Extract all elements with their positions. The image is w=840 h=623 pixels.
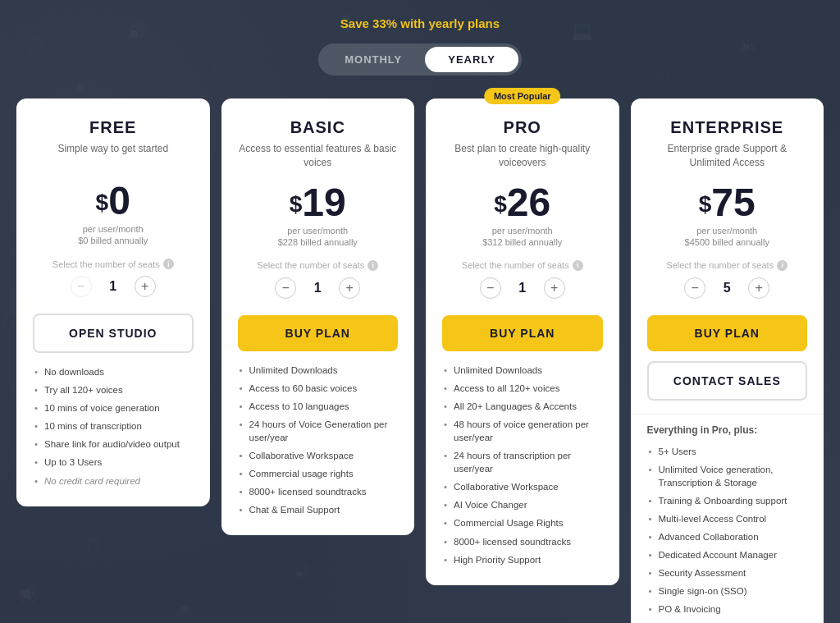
feature-item: Access to all 120+ voices — [442, 379, 603, 397]
price-period: per user/month — [647, 226, 808, 236]
feature-item: Dedicated Account Manager — [647, 546, 808, 564]
feature-item: 24 hours of Voice Generation per user/ye… — [238, 415, 399, 447]
yearly-toggle-btn[interactable]: YEARLY — [425, 47, 518, 72]
feature-item: Advanced Collaboration — [647, 528, 808, 546]
contact-sales-button[interactable]: CONTACT SALES — [647, 361, 808, 401]
seats-label: Select the number of seats i — [33, 259, 194, 269]
seats-plus-btn[interactable]: + — [339, 277, 360, 299]
plans-container: FREE Simple way to get started $0 per us… — [16, 98, 824, 623]
info-icon: i — [573, 260, 583, 271]
seats-minus-btn[interactable]: − — [684, 277, 705, 299]
monthly-toggle-btn[interactable]: MONTHLY — [322, 47, 425, 72]
feature-item: Single sign-on (SSO) — [647, 582, 808, 600]
plan-desc-basic: Access to essential features & basic voi… — [238, 142, 399, 170]
seats-stepper: − 1 + — [442, 277, 603, 299]
plan-card-enterprise: ENTERPRISE Enterprise grade Support & Un… — [631, 98, 824, 623]
seats-minus-btn[interactable]: − — [71, 276, 92, 297]
currency-symbol: $ — [96, 190, 109, 216]
feature-item: No credit card required — [33, 472, 194, 490]
feature-item: PO & Invoicing — [647, 600, 808, 618]
features-list-basic: Unlimited DownloadsAccess to 60 basic vo… — [238, 361, 399, 520]
feature-item: 8000+ licensed soundtracks — [238, 483, 399, 501]
feature-item: Commercial usage rights — [238, 465, 399, 483]
feature-item: Multi-level Access Control — [647, 510, 808, 528]
seats-label: Select the number of seats i — [442, 260, 603, 271]
features-list-free: No downloadsTry all 120+ voices10 mins o… — [33, 363, 194, 490]
seats-stepper: − 1 + — [33, 276, 194, 297]
plan-name-basic: BASIC — [238, 118, 399, 137]
feature-item: Service Agreement — [647, 619, 808, 623]
feature-item: 8000+ licensed soundtracks — [442, 533, 603, 551]
plan-price-free: $0 — [33, 181, 194, 221]
seats-plus-btn[interactable]: + — [544, 277, 565, 299]
feature-item: Training & Onboarding support — [647, 492, 808, 510]
feature-item: Chat & Email Support — [238, 501, 399, 519]
divider — [631, 414, 824, 415]
info-icon: i — [368, 260, 378, 271]
plan-desc-enterprise: Enterprise grade Support & Unlimited Acc… — [647, 142, 808, 170]
features-list-pro: Unlimited DownloadsAccess to all 120+ vo… — [442, 361, 603, 569]
plan-price-basic: $19 — [238, 183, 399, 222]
plan-desc-free: Simple way to get started — [33, 142, 194, 168]
cta-button-enterprise[interactable]: BUY PLAN — [647, 315, 808, 351]
seats-label: Select the number of seats i — [238, 260, 399, 271]
feature-item: 24 hours of transcription per user/year — [442, 447, 603, 478]
price-billed: $4500 billed annually — [647, 237, 808, 247]
feature-item: No downloads — [33, 363, 194, 381]
seats-label: Select the number of seats i — [647, 260, 808, 271]
feature-item: All 20+ Languages & Accents — [442, 397, 603, 415]
plan-price-pro: $26 — [442, 183, 603, 222]
billing-toggle[interactable]: MONTHLY YEARLY — [318, 44, 522, 76]
seats-value: 1 — [105, 279, 121, 294]
plan-card-free: FREE Simple way to get started $0 per us… — [16, 98, 210, 506]
price-billed: $0 billed annually — [33, 236, 194, 245]
feature-item: Unlimited Downloads — [238, 361, 399, 379]
features-list-enterprise: 5+ UsersUnlimited Voice generation, Tran… — [647, 442, 808, 623]
feature-item: Collaborative Workspace — [238, 447, 399, 465]
seats-plus-btn[interactable]: + — [135, 276, 156, 297]
feature-item: Try all 120+ voices — [33, 381, 194, 399]
seats-stepper: − 5 + — [647, 277, 808, 299]
feature-item: Unlimited Downloads — [442, 361, 603, 379]
plan-card-pro: Most Popular PRO Best plan to create hig… — [426, 98, 619, 585]
currency-symbol: $ — [290, 191, 303, 218]
cta-button-basic[interactable]: BUY PLAN — [238, 315, 399, 351]
plan-card-basic: BASIC Access to essential features & bas… — [221, 98, 415, 535]
plan-price-enterprise: $75 — [647, 183, 808, 222]
seats-value: 1 — [309, 281, 326, 295]
seats-minus-btn[interactable]: − — [275, 277, 296, 299]
feature-item: Share link for audio/video output — [33, 435, 194, 453]
feature-item: Collaborative Workspace — [442, 478, 603, 496]
feature-item: Security Assessment — [647, 564, 808, 582]
price-billed: $228 billed annually — [238, 237, 399, 247]
price-billed: $312 billed annually — [442, 237, 603, 247]
plan-desc-pro: Best plan to create high-quality voiceov… — [442, 142, 603, 170]
currency-symbol: $ — [699, 191, 712, 218]
feature-item: AI Voice Changer — [442, 496, 603, 514]
price-period: per user/month — [442, 226, 603, 236]
info-icon: i — [777, 260, 788, 271]
price-period: per user/month — [33, 224, 194, 234]
feature-item: Commercial Usage Rights — [442, 514, 603, 532]
feature-item: 48 hours of voice generation per user/ye… — [442, 415, 603, 447]
seats-value: 5 — [719, 281, 735, 295]
price-period: per user/month — [238, 226, 399, 236]
feature-item: 5+ Users — [647, 442, 808, 460]
seats-value: 1 — [514, 281, 531, 295]
cta-button-free[interactable]: OPEN STUDIO — [33, 314, 194, 353]
most-popular-badge: Most Popular — [484, 88, 561, 104]
top-banner: Save 33% with yearly plans — [340, 16, 500, 30]
feature-item: Up to 3 Users — [33, 453, 194, 471]
info-icon: i — [163, 259, 174, 269]
price-amount: 26 — [507, 181, 550, 224]
seats-plus-btn[interactable]: + — [748, 277, 769, 299]
feature-item: Access to 60 basic voices — [238, 379, 399, 397]
plan-name-free: FREE — [33, 118, 194, 137]
feature-item: Access to 10 languages — [238, 397, 399, 415]
price-amount: 75 — [711, 181, 755, 224]
price-amount: 19 — [302, 181, 345, 224]
cta-button-pro[interactable]: BUY PLAN — [442, 315, 603, 351]
feature-item: 10 mins of transcription — [33, 417, 194, 435]
seats-minus-btn[interactable]: − — [480, 277, 501, 299]
feature-item: 10 mins of voice generation — [33, 399, 194, 417]
